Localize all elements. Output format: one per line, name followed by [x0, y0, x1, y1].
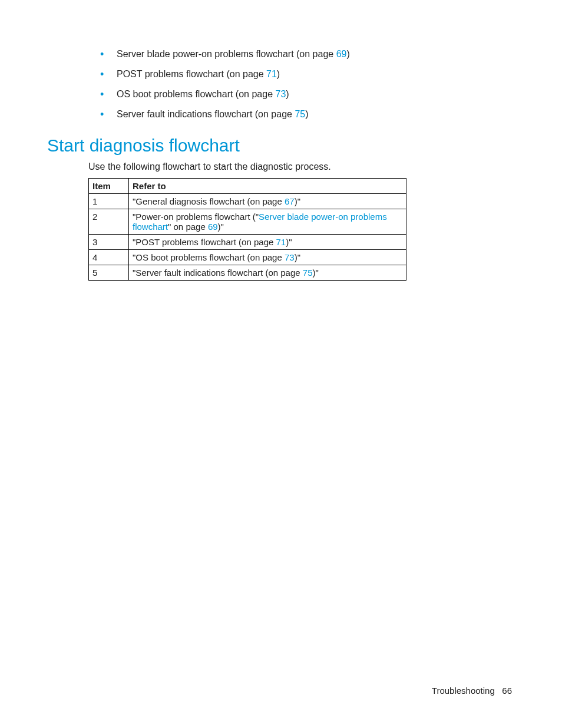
list-item-text: POST problems flowchart (on page — [117, 69, 266, 79]
table-header-item: Item — [89, 179, 129, 194]
page-link[interactable]: 71 — [276, 237, 286, 247]
table-cell-text: "POST problems flowchart (on page — [133, 237, 276, 247]
footer-section: Troubleshooting — [432, 686, 495, 696]
footer-page-number: 66 — [502, 686, 512, 696]
table-cell-text: )" — [295, 196, 300, 206]
table-cell-text: )" — [286, 237, 292, 247]
page-link[interactable]: 69 — [336, 49, 347, 59]
table-cell-text: " on page — [168, 222, 208, 232]
page-link[interactable]: 69 — [208, 222, 218, 232]
table-cell-text: "General diagnosis flowchart (on page — [133, 196, 285, 206]
list-item-text: OS boot problems flowchart (on page — [117, 89, 275, 99]
table-row: 4"OS boot problems flowchart (on page 73… — [89, 250, 406, 265]
list-item-text: Server blade power-on problems flowchart… — [117, 49, 336, 59]
list-item: POST problems flowchart (on page 71) — [100, 67, 515, 81]
bullet-list: Server blade power-on problems flowchart… — [47, 47, 515, 121]
list-item-text: ) — [277, 69, 280, 79]
page-link[interactable]: 73 — [285, 252, 295, 262]
table-cell-text: "Server fault indications flowchart (on … — [133, 268, 303, 278]
table-cell-item: 4 — [89, 250, 129, 265]
intro-text: Use the following flowchart to start the… — [88, 162, 515, 172]
reference-table: Item Refer to 1"General diagnosis flowch… — [88, 178, 406, 281]
table-header-refer: Refer to — [129, 179, 406, 194]
page-link[interactable]: 71 — [266, 69, 277, 79]
table-cell-item: 1 — [89, 194, 129, 209]
list-item: Server fault indications flowchart (on p… — [100, 107, 515, 121]
page: Server blade power-on problems flowchart… — [0, 0, 562, 728]
table-body: 1"General diagnosis flowchart (on page 6… — [89, 194, 406, 281]
list-item-text: ) — [305, 109, 308, 119]
section-heading: Start diagnosis flowchart — [47, 136, 515, 156]
table-cell-text: )" — [218, 222, 224, 232]
table-cell-refer: "OS boot problems flowchart (on page 73)… — [129, 250, 406, 265]
table-cell-item: 2 — [89, 209, 129, 235]
table-cell-item: 3 — [89, 235, 129, 250]
table-row: 2"Power-on problems flowchart ("Server b… — [89, 209, 406, 235]
table-cell-item: 5 — [89, 265, 129, 281]
list-item-text: ) — [346, 49, 349, 59]
table-cell-refer: "Server fault indications flowchart (on … — [129, 265, 406, 281]
table-row: 3"POST problems flowchart (on page 71)" — [89, 235, 406, 250]
page-footer: Troubleshooting 66 — [432, 686, 512, 696]
table-cell-text: )" — [295, 252, 300, 262]
table-row: 1"General diagnosis flowchart (on page 6… — [89, 194, 406, 209]
table-cell-text: )" — [313, 268, 319, 278]
page-link[interactable]: 73 — [275, 89, 286, 99]
page-link[interactable]: 75 — [295, 109, 305, 119]
table-header-row: Item Refer to — [89, 179, 406, 194]
page-link[interactable]: 67 — [285, 196, 295, 206]
list-item: OS boot problems flowchart (on page 73) — [100, 87, 515, 101]
table-row: 5"Server fault indications flowchart (on… — [89, 265, 406, 281]
list-item: Server blade power-on problems flowchart… — [100, 47, 515, 61]
list-item-text: Server fault indications flowchart (on p… — [117, 109, 295, 119]
table-cell-refer: "Power-on problems flowchart ("Server bl… — [129, 209, 406, 235]
table-cell-refer: "General diagnosis flowchart (on page 67… — [129, 194, 406, 209]
list-item-text: ) — [286, 89, 289, 99]
table-cell-text: "Power-on problems flowchart (" — [133, 212, 259, 222]
table-cell-text: "OS boot problems flowchart (on page — [133, 252, 285, 262]
page-link[interactable]: 75 — [303, 268, 313, 278]
table-cell-refer: "POST problems flowchart (on page 71)" — [129, 235, 406, 250]
